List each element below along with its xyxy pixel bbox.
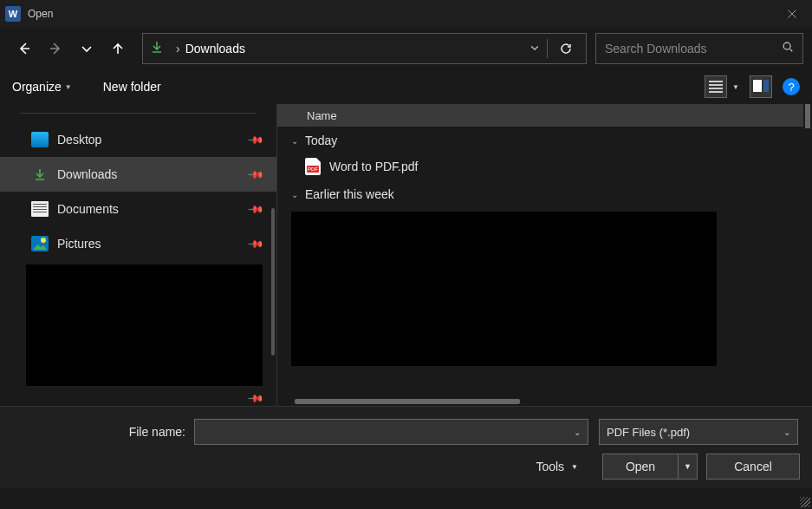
pictures-icon <box>31 236 49 251</box>
chevron-down-icon: ⌄ <box>291 190 298 199</box>
group-earlier[interactable]: ⌄ Earlier this week <box>277 180 812 206</box>
group-today[interactable]: ⌄ Today <box>277 127 812 153</box>
refresh-button[interactable] <box>553 33 579 64</box>
sidebar-item-desktop[interactable]: Desktop 📌 <box>0 122 276 157</box>
pin-icon: 📌 <box>247 235 265 253</box>
file-name: Word to PDF.pdf <box>329 160 418 173</box>
help-button[interactable]: ? <box>783 78 800 95</box>
column-header-name[interactable]: Name <box>277 104 803 127</box>
sidebar-redacted <box>26 264 263 386</box>
organize-menu[interactable]: Organize▼ <box>12 80 72 94</box>
view-mode-dropdown[interactable]: ▼ <box>732 83 739 91</box>
tools-menu[interactable]: Tools▼ <box>536 460 578 473</box>
back-button[interactable] <box>9 33 40 64</box>
preview-pane-button[interactable] <box>750 75 772 98</box>
pin-icon: 📌 <box>247 389 265 406</box>
close-button[interactable] <box>772 0 812 28</box>
app-icon: W <box>5 6 21 22</box>
documents-icon <box>31 201 49 217</box>
chevron-down-icon: ⌄ <box>574 427 581 437</box>
horizontal-scrollbar[interactable] <box>295 399 520 404</box>
open-split-button[interactable]: ▼ <box>679 454 698 480</box>
pin-icon: 📌 <box>247 131 265 149</box>
download-icon <box>150 40 164 57</box>
footer: File name: ⌄ PDF Files (*.pdf) ⌄ Tools▼ … <box>0 406 812 488</box>
toolbar: Organize▼ New folder ▼ ? <box>0 69 812 104</box>
cancel-button[interactable]: Cancel <box>706 454 800 480</box>
chevron-down-icon: ▼ <box>571 463 578 471</box>
chevron-down-icon: ⌄ <box>291 136 298 146</box>
navbar: › Downloads <box>0 28 812 69</box>
search-input[interactable] <box>605 42 782 55</box>
filename-label: File name: <box>12 425 194 439</box>
close-icon <box>787 9 797 19</box>
vertical-scrollbar[interactable] <box>805 104 810 128</box>
resize-grip[interactable] <box>800 497 810 507</box>
filetype-dropdown[interactable]: PDF Files (*.pdf) ⌄ <box>599 419 798 445</box>
file-item[interactable]: Word to PDF.pdf <box>277 153 812 180</box>
address-dropdown[interactable] <box>529 41 540 56</box>
search-icon <box>782 41 794 56</box>
up-button[interactable] <box>102 33 133 64</box>
content-redacted <box>291 212 717 366</box>
pdf-file-icon <box>305 158 321 175</box>
chevron-down-icon: ▼ <box>65 83 72 91</box>
sidebar-item-documents[interactable]: Documents 📌 <box>0 192 276 226</box>
pin-icon: 📌 <box>247 200 265 219</box>
view-mode-button[interactable] <box>705 75 727 98</box>
pin-icon: 📌 <box>247 166 265 184</box>
file-list: Name ⌄ Today Word to PDF.pdf ⌄ Earlier t… <box>277 104 812 406</box>
window-title: Open <box>28 8 53 20</box>
sidebar: Desktop 📌 Downloads 📌 Documents 📌 Pictur… <box>0 104 277 406</box>
group-label: Earlier this week <box>305 187 394 201</box>
address-bar[interactable]: › Downloads <box>142 33 587 64</box>
filetype-value: PDF Files (*.pdf) <box>607 426 690 439</box>
sidebar-item-pictures[interactable]: Pictures 📌 <box>0 226 276 261</box>
open-button[interactable]: Open <box>602 454 679 480</box>
chevron-down-icon: ⌄ <box>783 427 790 437</box>
sidebar-item-hidden-1[interactable]: 📌 <box>0 386 276 406</box>
filename-input[interactable]: ⌄ <box>194 419 588 445</box>
download-folder-icon <box>31 166 49 182</box>
desktop-icon <box>31 132 49 147</box>
recent-dropdown[interactable] <box>71 33 102 64</box>
search-box[interactable] <box>595 33 803 64</box>
sidebar-item-label: Pictures <box>57 237 101 251</box>
sidebar-item-label: Desktop <box>57 133 101 147</box>
sidebar-scrollbar[interactable] <box>271 208 275 356</box>
titlebar: W Open <box>0 0 812 28</box>
breadcrumb-current[interactable]: Downloads <box>185 42 245 55</box>
svg-point-0 <box>783 42 790 49</box>
new-folder-button[interactable]: New folder <box>103 80 161 94</box>
chevron-right-icon: › <box>176 42 180 55</box>
forward-button[interactable] <box>40 33 71 64</box>
sidebar-item-label: Documents <box>57 202 119 216</box>
group-label: Today <box>305 134 337 147</box>
sidebar-item-label: Downloads <box>57 167 117 181</box>
main-area: Desktop 📌 Downloads 📌 Documents 📌 Pictur… <box>0 104 812 406</box>
sidebar-item-downloads[interactable]: Downloads 📌 <box>0 157 276 192</box>
